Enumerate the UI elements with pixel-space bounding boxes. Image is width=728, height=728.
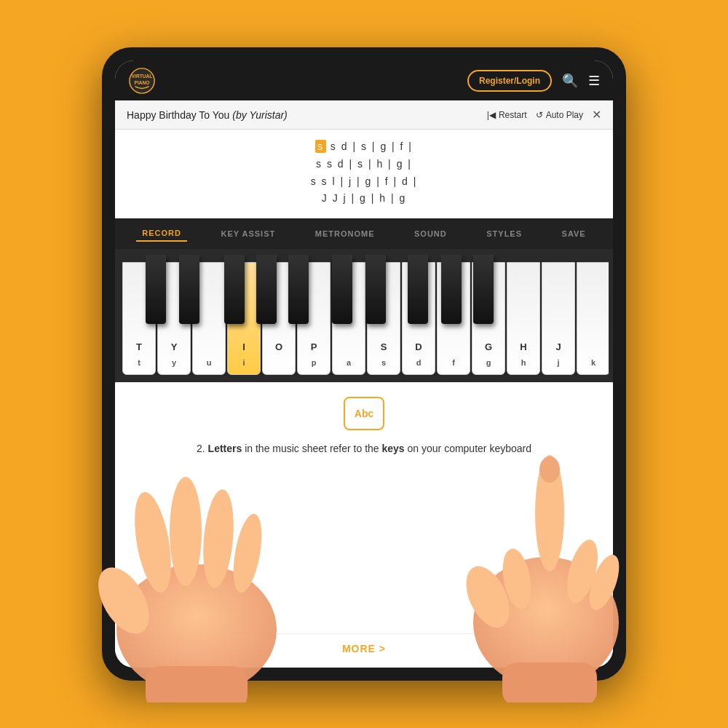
search-icon[interactable]: 🔍: [562, 73, 578, 89]
white-key-I[interactable]: I i: [227, 262, 261, 375]
white-key-J[interactable]: J j: [542, 262, 575, 375]
abc-icon-text: Abc: [355, 408, 373, 419]
white-key-G[interactable]: G g: [472, 262, 505, 375]
svg-rect-9: [146, 666, 248, 703]
white-key-u[interactable]: u: [192, 262, 226, 375]
toolbar: RECORD KEY ASSIST METRONOME SOUND STYLES…: [115, 218, 613, 249]
info-section: Abc 2. Letters in the music sheet refer …: [115, 382, 613, 668]
restart-icon: |◀: [487, 110, 496, 120]
sheet-music: s s d | s | g | f | s s d | s | h | g | …: [115, 130, 613, 218]
white-key-a[interactable]: a: [332, 262, 365, 375]
info-description: 2. Letters in the music sheet refer to t…: [197, 440, 531, 456]
toolbar-save[interactable]: SAVE: [556, 226, 592, 241]
register-login-button[interactable]: Register/Login: [467, 70, 552, 92]
piano-container: T t Y y u I i O: [115, 249, 613, 382]
sheet-line-2: s s d | s | h | g |: [130, 156, 598, 173]
logo-icon: VIRTUAL PIANO: [128, 67, 156, 95]
restart-button[interactable]: |◀ Restart: [487, 110, 527, 120]
svg-rect-17: [502, 662, 597, 703]
toolbar-metronome[interactable]: METRONOME: [309, 226, 381, 241]
white-key-H[interactable]: H h: [507, 262, 540, 375]
header-right: Register/Login 🔍 ☰: [467, 70, 600, 92]
song-title: Happy Birthday To You (by Yuristar): [127, 109, 288, 121]
white-key-D[interactable]: D d: [402, 262, 435, 375]
more-link[interactable]: MORE >: [115, 633, 613, 654]
tablet-screen: VIRTUAL PIANO Register/Login 🔍 ☰ Happy B…: [115, 60, 613, 668]
white-key-T[interactable]: T t: [122, 262, 156, 375]
header: VIRTUAL PIANO Register/Login 🔍 ☰: [115, 60, 613, 100]
sheet-line-1: s s d | s | g | f |: [130, 138, 598, 156]
song-bar: Happy Birthday To You (by Yuristar) |◀ R…: [115, 100, 613, 130]
song-controls: |◀ Restart ↺ Auto Play ✕: [487, 108, 601, 122]
white-key-S[interactable]: S s: [367, 262, 400, 375]
menu-icon[interactable]: ☰: [588, 73, 600, 89]
sheet-line-3: s s l | j | g | f | d |: [130, 173, 598, 191]
toolbar-sound[interactable]: SOUND: [408, 226, 453, 241]
close-button[interactable]: ✕: [592, 108, 601, 122]
white-key-O[interactable]: O: [262, 262, 296, 375]
autoplay-button[interactable]: ↺ Auto Play: [536, 110, 583, 120]
sheet-line-4: J J j | g | h | g: [130, 190, 598, 207]
highlighted-note: s: [315, 140, 326, 153]
svg-text:PIANO: PIANO: [134, 79, 149, 84]
svg-text:VIRTUAL: VIRTUAL: [132, 74, 153, 79]
autoplay-icon: ↺: [536, 110, 543, 120]
white-key-f[interactable]: f: [437, 262, 470, 375]
white-key-k[interactable]: k: [577, 262, 609, 375]
abc-icon-box: Abc: [344, 397, 384, 430]
white-key-P[interactable]: P p: [297, 262, 331, 375]
white-key-Y[interactable]: Y y: [157, 262, 191, 375]
toolbar-key-assist[interactable]: KEY ASSIST: [215, 226, 281, 241]
tablet-frame: VIRTUAL PIANO Register/Login 🔍 ☰ Happy B…: [102, 47, 626, 681]
toolbar-record[interactable]: RECORD: [136, 226, 187, 242]
logo: VIRTUAL PIANO: [128, 67, 156, 95]
toolbar-styles[interactable]: STYLES: [480, 226, 528, 241]
